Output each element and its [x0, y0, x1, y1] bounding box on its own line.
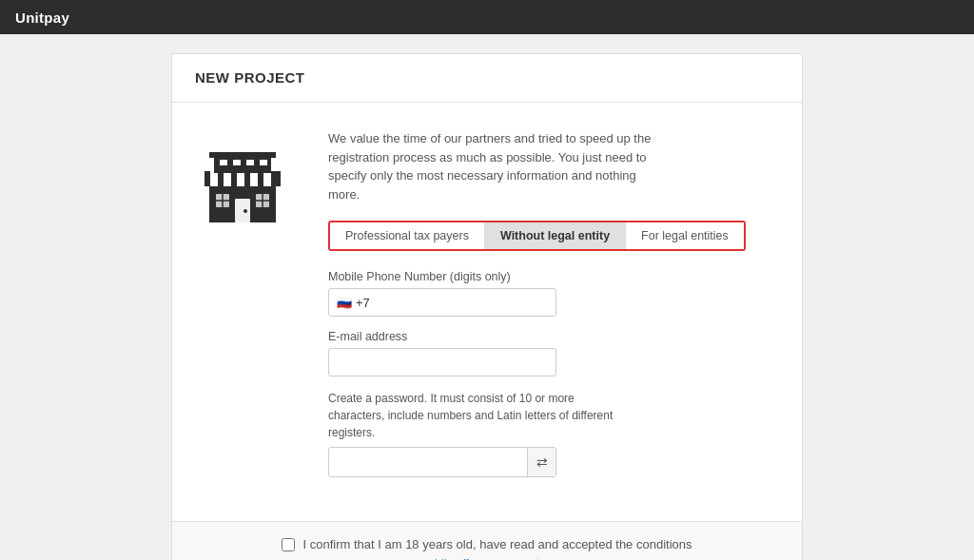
phone-label: Mobile Phone Number (digits only)	[328, 270, 779, 283]
password-input-wrapper: ⇄	[328, 447, 556, 477]
password-field-group: Create a password. It must consist of 10…	[328, 390, 779, 477]
phone-input-wrapper[interactable]: 🇷🇺 +7	[328, 288, 556, 317]
email-label: E-mail address	[328, 330, 779, 343]
confirm-row: I confirm that I am 18 years old, have r…	[282, 537, 692, 551]
svg-rect-11	[260, 160, 267, 165]
email-field-group: E-mail address	[328, 330, 779, 377]
tab-professional[interactable]: Professional tax payers	[330, 222, 485, 249]
svg-rect-5	[250, 171, 258, 186]
svg-rect-4	[237, 171, 244, 186]
card-footer: I confirm that I am 18 years old, have r…	[172, 521, 802, 560]
phone-field-group: Mobile Phone Number (digits only) 🇷🇺 +7	[328, 270, 779, 317]
new-project-card: NEW PROJECT	[171, 53, 803, 560]
form-area: We value the time of our partners and tr…	[328, 129, 779, 491]
email-input[interactable]	[328, 348, 556, 377]
password-hint: Create a password. It must consist of 10…	[328, 390, 614, 441]
svg-rect-10	[246, 160, 254, 165]
card-title: NEW PROJECT	[195, 69, 305, 86]
svg-rect-12	[209, 152, 276, 158]
generate-password-button[interactable]: ⇄	[527, 448, 555, 476]
refresh-icon: ⇄	[536, 454, 548, 470]
svg-rect-13	[235, 199, 250, 222]
svg-rect-9	[233, 160, 241, 165]
card-body: We value the time of our partners and tr…	[172, 103, 802, 521]
brand-logo: Unitpay	[15, 10, 69, 26]
tab-group: Professional tax payers Without legal en…	[328, 221, 746, 251]
flag-icon: 🇷🇺	[337, 296, 352, 310]
svg-point-14	[244, 209, 247, 213]
svg-rect-2	[210, 171, 218, 186]
confirm-text: I confirm that I am 18 years old, have r…	[302, 537, 692, 551]
confirm-checkbox[interactable]	[282, 538, 295, 551]
phone-input[interactable]	[374, 296, 548, 310]
svg-rect-3	[224, 171, 231, 186]
phone-prefix: +7	[356, 296, 370, 310]
description-text: We value the time of our partners and tr…	[328, 129, 652, 203]
tab-legal-entities[interactable]: For legal entities	[626, 222, 744, 249]
svg-rect-6	[263, 171, 271, 186]
navbar: Unitpay	[0, 0, 974, 34]
store-icon	[195, 137, 290, 232]
tab-without-legal[interactable]: Without legal entity	[485, 222, 626, 249]
svg-rect-8	[220, 160, 227, 165]
store-icon-area	[195, 129, 300, 491]
password-input[interactable]	[329, 448, 527, 476]
main-content: NEW PROJECT	[0, 34, 974, 560]
card-header: NEW PROJECT	[172, 54, 802, 103]
